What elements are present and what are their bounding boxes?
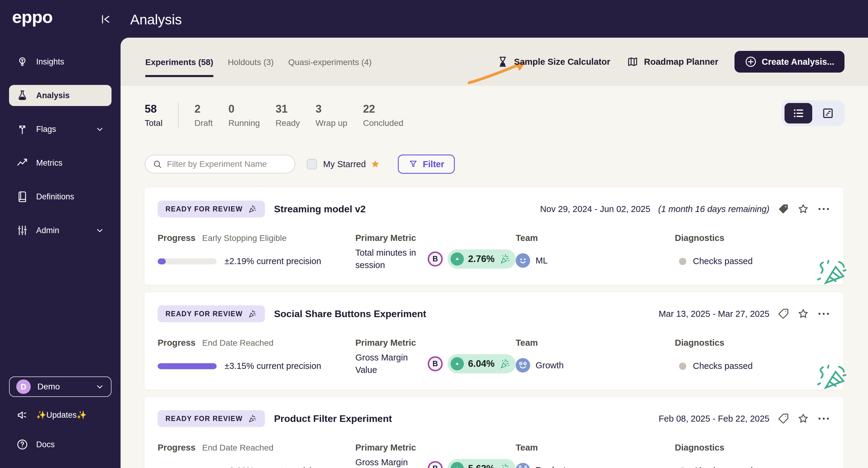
primary-metric-column: Primary Metric Gross Margin Value B 5.63… (355, 443, 516, 468)
progress-column: Progress End Date Reached ±3.15% current… (158, 338, 355, 376)
timeline-view-icon (822, 107, 834, 120)
stat-ready: 31 Ready (276, 103, 300, 128)
experiment-card[interactable]: READY FOR REVIEW Social Share Buttons Ex… (144, 292, 844, 390)
star-icon[interactable] (797, 203, 809, 215)
diagnostics-status: Checks passed (693, 256, 752, 266)
diagnostics-column: Diagnostics Checks passed (675, 233, 830, 271)
my-starred-checkbox[interactable] (307, 159, 317, 169)
filter-button-label: Filter (423, 159, 444, 169)
filter-button[interactable]: Filter (398, 155, 455, 174)
stat-label: Total (145, 119, 162, 128)
sidebar-item-updates[interactable]: ✨Updates✨ (9, 406, 112, 424)
stat-label: Concluded (363, 119, 403, 128)
diagnostics-label: Diagnostics (675, 338, 830, 348)
sample-size-calculator-button[interactable]: Sample Size Calculator (497, 56, 610, 68)
filter-row: My Starred Filter (145, 155, 455, 174)
diagnostics-column: Diagnostics Checks passed (675, 338, 830, 376)
stat-draft: 2 Draft (194, 103, 213, 128)
progress-label: Progress (158, 233, 195, 243)
metric-name: Gross Margin Value (355, 352, 423, 376)
book-icon (16, 191, 28, 203)
tag-icon[interactable] (777, 203, 789, 215)
variant-b-badge: B (428, 356, 443, 371)
card-header-right: Nov 29, 2024 - Jun 02, 2025 (1 month 16 … (540, 203, 830, 215)
experiment-name[interactable]: Social Share Buttons Experiment (274, 308, 426, 320)
experiment-card[interactable]: READY FOR REVIEW Product Filter Experime… (144, 397, 844, 468)
star-icon[interactable] (797, 308, 809, 320)
tab-holdouts[interactable]: Holdouts (3) (228, 58, 274, 77)
date-range: Nov 29, 2024 - Jun 02, 2025 (540, 204, 650, 214)
funnel-icon (408, 159, 418, 169)
question-circle-icon (16, 438, 28, 450)
sidebar-item-insights[interactable]: Insights (9, 51, 112, 72)
sidebar-item-definitions[interactable]: Definitions (9, 186, 112, 207)
ellipsis-icon[interactable] (817, 206, 830, 212)
stat-total: 58 Total (145, 103, 162, 128)
sidebar-item-admin[interactable]: Admin (9, 220, 112, 241)
tab-experiments[interactable]: Experiments (58) (145, 58, 213, 77)
progress-status: End Date Reached (202, 338, 274, 348)
experiment-list: READY FOR REVIEW Streaming model v2 Nov … (144, 187, 844, 468)
team-name: Product (535, 465, 566, 468)
create-analysis-button[interactable]: Create Analysis... (735, 51, 844, 73)
sidebar-collapse-icon[interactable] (99, 13, 112, 26)
view-toggle (782, 100, 844, 126)
ellipsis-icon[interactable] (817, 416, 830, 421)
primary-metric-label: Primary Metric (355, 338, 516, 348)
primary-metric-label: Primary Metric (355, 443, 516, 453)
ellipsis-icon[interactable] (817, 311, 830, 316)
team-label: Team (516, 233, 675, 243)
sample-size-calculator-label: Sample Size Calculator (514, 57, 610, 67)
date-range: Feb 08, 2025 - Feb 22, 2025 (658, 414, 770, 424)
sidebar-item-label: Analysis (36, 91, 70, 100)
lift-value: 2.76% (468, 254, 495, 264)
diagnostics-status: Checks passed (693, 466, 752, 468)
sidebar-item-analysis[interactable]: Analysis (9, 85, 112, 106)
party-popper-icon (247, 204, 257, 214)
megaphone-icon (16, 409, 28, 421)
party-popper-icon (247, 414, 257, 424)
tag-icon[interactable] (777, 308, 789, 320)
sidebar-item-label: Insights (36, 57, 64, 67)
sidebar-item-label: Flags (36, 125, 56, 134)
timeline-view-button[interactable] (814, 103, 842, 124)
status-badge-label: READY FOR REVIEW (165, 310, 243, 318)
stat-value: 31 (276, 103, 300, 115)
my-starred-label[interactable]: My Starred (323, 159, 366, 169)
tag-icon[interactable] (777, 412, 789, 425)
sidebar-item-flags[interactable]: Flags (9, 119, 112, 140)
stat-value: 3 (315, 103, 347, 115)
star-icon[interactable] (797, 412, 809, 425)
variant-b-badge: B (428, 252, 443, 267)
team-column: Team ML (516, 233, 675, 271)
list-view-button[interactable] (784, 103, 812, 124)
plus-circle-icon (745, 56, 757, 68)
experiment-name[interactable]: Product Filter Experiment (274, 413, 392, 424)
team-name: ML (535, 256, 548, 266)
main-panel: Experiments (58) Holdouts (3) Quasi-expe… (121, 38, 868, 468)
roadmap-planner-button[interactable]: Roadmap Planner (627, 56, 718, 68)
metric-name: Gross Margin Value (355, 456, 423, 468)
precision-text: ±3.15% current precision (224, 361, 321, 371)
experiment-stats: 58 Total 2 Draft 0 Running 31 Ready 3 Wr… (145, 103, 403, 128)
confetti-icon (499, 253, 511, 265)
date-range: Mar 13, 2025 - Mar 27, 2025 (658, 309, 770, 319)
experiment-search (145, 155, 296, 173)
workspace-switcher[interactable]: D Demo (9, 376, 112, 397)
sidebar: eppo Insights Analysis Flags (0, 0, 121, 468)
create-analysis-label: Create Analysis... (762, 57, 834, 67)
lift-pill: 6.04% (447, 354, 516, 373)
tab-quasi-experiments[interactable]: Quasi-experiments (4) (288, 58, 372, 77)
chevron-down-icon (95, 125, 104, 134)
diagnostics-dot (679, 363, 686, 370)
experiment-card[interactable]: READY FOR REVIEW Streaming model v2 Nov … (144, 187, 844, 285)
sidebar-item-label: Definitions (36, 192, 74, 201)
search-input[interactable] (167, 159, 287, 169)
primary-metric-column: Primary Metric Total minutes in session … (355, 233, 516, 271)
experiment-name[interactable]: Streaming model v2 (274, 204, 366, 215)
sidebar-item-docs[interactable]: Docs (9, 435, 112, 454)
diagnostics-column: Diagnostics Checks passed (675, 443, 830, 468)
lift-pill: 2.76% (447, 249, 516, 269)
progress-label: Progress (158, 338, 195, 348)
sidebar-item-metrics[interactable]: Metrics (9, 153, 112, 173)
